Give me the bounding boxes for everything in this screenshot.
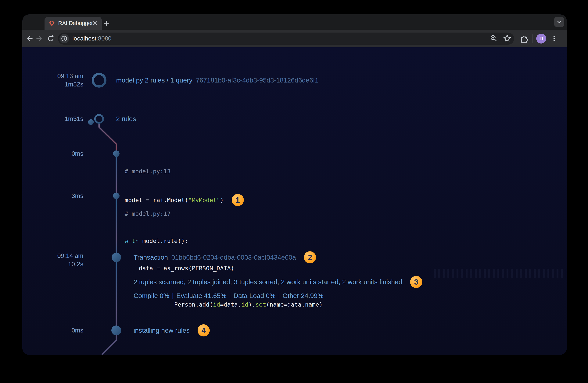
duration: 0ms [22,150,83,158]
breakdown-other: Other 24.99% [282,292,323,300]
code-text: Person.add( [160,301,213,308]
code-token: set [255,301,266,308]
gutter-r1: 09:13 am 1m52s [22,72,83,89]
zoom-page-button[interactable] [489,34,498,43]
puzzle-extensions-icon [519,34,528,43]
code-comment: # model.py:13 [125,167,244,176]
duration: 3ms [22,192,83,200]
timeline-subnode-rules[interactable] [88,119,94,125]
code-comment: # model.py:17 [125,209,323,218]
rules-label[interactable]: 2 rules [116,115,136,123]
gutter-r4: 3ms [22,192,83,200]
rai-favicon-icon [49,20,55,26]
url-host: localhost [72,35,96,42]
breakdown-separator: | [278,292,280,300]
gutter-r7: 0ms [22,326,83,335]
breakdown-dataload: Data Load 0% [233,292,276,300]
code-text: model.rule(): [139,237,188,244]
timeline-node-rule2[interactable] [113,193,120,199]
timeline-node-rules[interactable] [95,115,103,123]
annotation-badge-3: 3 [410,276,422,288]
annotation-badge-2: 2 [304,251,316,263]
code-text: =data. [220,301,241,308]
bookmark-button[interactable] [503,34,511,43]
breakdown-evaluate: Evaluate 41.65% [176,292,227,300]
reload-icon [47,35,55,43]
duration: 1m52s [22,80,83,89]
chevron-down-icon [556,19,562,25]
query-title[interactable]: model.py 2 rules / 1 query [116,77,192,84]
timestamp: 09:13 am [22,72,83,80]
transaction-label[interactable]: Transaction [134,254,168,261]
profile-avatar[interactable]: D [536,34,546,43]
timeline-node-rule1[interactable] [113,151,120,157]
transaction-stats: 2 tuples scanned, 2 tuples joined, 3 tup… [134,276,422,288]
duration: 10.2s [22,260,83,268]
info-icon [61,35,67,42]
connector-2-3 [99,124,116,151]
star-icon [503,34,511,43]
trace-entry-install[interactable]: installing new rules 4 [134,324,210,336]
tab-search-button[interactable] [554,17,564,27]
tab-bar: RAI Debugger [22,14,567,30]
transaction-breakdown: Compile 0% | Evaluate 41.65% | Data Load… [134,292,323,300]
annotation-badge-4: 4 [198,324,210,336]
zoom-in-icon [489,34,498,42]
tab-close-icon[interactable] [92,20,98,26]
breakdown-separator: | [229,292,231,300]
extensions-button[interactable] [519,34,528,43]
browser-window: RAI Debugger [22,14,567,355]
toolbar-divider [532,35,532,43]
trace-entry-transaction[interactable]: Transaction 01bb6bd6-0204-ddba-0003-0acf… [134,251,316,263]
code-text: (name=data.name) [266,301,323,308]
breakdown-separator: | [172,292,174,300]
timeline-node-transaction[interactable] [112,253,121,262]
code-text: ). [248,301,255,308]
timeline-node-install[interactable] [111,326,121,335]
gutter-r5: 09:14 am 10.2s [22,252,83,268]
timestamp: 09:14 am [22,252,83,260]
forward-button[interactable] [35,34,44,43]
browser-menu-button[interactable] [550,35,558,43]
breakdown-compile: Compile 0% [134,292,169,300]
forward-arrow-icon [36,35,44,43]
browser-tab[interactable]: RAI Debugger [44,17,102,30]
code-block-2[interactable]: # model.py:17 with model.rule(): data = … [125,191,323,336]
activity-stripe-texture [434,269,567,278]
stats-text: 2 tuples scanned, 2 tuples joined, 3 tup… [134,278,402,286]
query-uuid[interactable]: 767181b0-af3c-4db3-95d3-18126d6de6f1 [196,77,319,84]
browser-toolbar: localhost:8080 [22,30,567,47]
code-text: data = as_rows(PERSON_DATA) [125,264,323,273]
back-button[interactable] [25,34,34,43]
kebab-menu-icon [550,35,558,42]
gutter-r2: 1m31s [22,115,83,123]
timeline-node-query[interactable] [93,74,105,86]
duration: 1m31s [22,115,83,123]
debugger-trace-view: 09:13 am 1m52s 1m31s 0ms 3ms 09:14 am 10… [22,47,567,355]
code-token: id [213,301,220,308]
install-label[interactable]: installing new rules [134,326,190,334]
url-port: :8080 [96,35,111,42]
trace-entry-rules[interactable]: 2 rules [116,115,136,123]
trace-entry-query[interactable]: model.py 2 rules / 1 query 767181b0-af3c… [116,77,319,84]
reload-button[interactable] [46,34,55,43]
back-arrow-icon [25,35,33,43]
address-bar[interactable]: localhost:8080 [58,33,514,45]
site-info-button[interactable] [60,34,69,43]
gutter-r3: 0ms [22,150,83,158]
url-text[interactable]: localhost:8080 [72,35,489,42]
desktop: RAI Debugger [0,0,588,383]
transaction-uuid[interactable]: 01bb6bd6-0204-ddba-0003-0acf0434e60a [171,254,296,261]
new-tab-button[interactable] [103,19,111,27]
code-token: id [241,301,248,308]
code-keyword: with [125,237,139,244]
duration: 0ms [22,326,83,335]
plus-icon [104,20,110,26]
tab-title: RAI Debugger [58,20,92,26]
